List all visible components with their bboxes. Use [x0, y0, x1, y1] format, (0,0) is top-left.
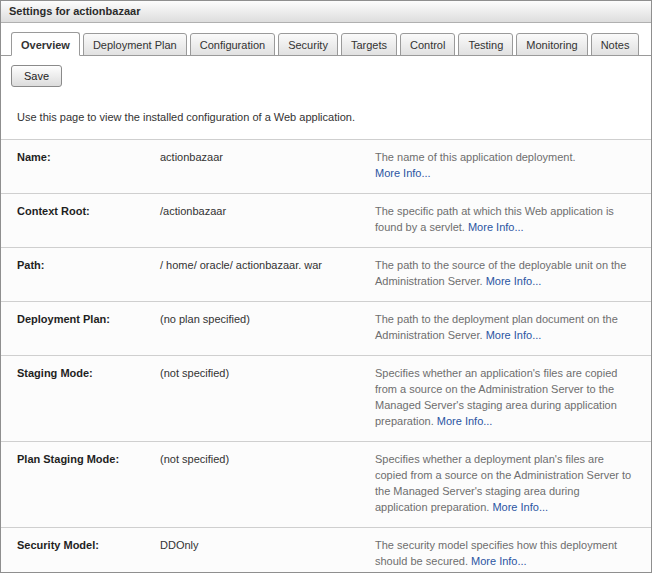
row-value: / home/ oracle/ actionbazaar. war — [160, 257, 375, 289]
row-label: Path: — [1, 257, 160, 289]
tab-control[interactable]: Control — [400, 33, 455, 56]
table-row-deployment-plan: Deployment Plan: (no plan specified) The… — [1, 301, 651, 355]
row-value: (no plan specified) — [160, 311, 375, 343]
page-title: Settings for actionbazaar — [1, 1, 651, 23]
description-text: Specifies whether an application's files… — [375, 367, 617, 427]
row-value: (not specified) — [160, 365, 375, 429]
tab-notes[interactable]: Notes — [591, 33, 640, 56]
intro-text: Use this page to view the installed conf… — [1, 95, 651, 139]
table-row-path: Path: / home/ oracle/ actionbazaar. war … — [1, 247, 651, 301]
row-value: actionbazaar — [160, 149, 375, 181]
table-row-context-root: Context Root: /actionbazaar The specific… — [1, 193, 651, 247]
tab-deployment-plan[interactable]: Deployment Plan — [83, 33, 187, 56]
toolbar: Save — [1, 56, 651, 95]
settings-window: Settings for actionbazaar Overview Deplo… — [0, 0, 652, 573]
row-label: Staging Mode: — [1, 365, 160, 429]
tab-testing[interactable]: Testing — [458, 33, 513, 56]
row-value: DDOnly — [160, 537, 375, 569]
tab-security[interactable]: Security — [278, 33, 338, 56]
row-description: Specifies whether an application's files… — [375, 365, 651, 429]
row-value: /actionbazaar — [160, 203, 375, 235]
tab-monitoring[interactable]: Monitoring — [516, 33, 587, 56]
row-description: The specific path at which this Web appl… — [375, 203, 651, 235]
row-label: Deployment Plan: — [1, 311, 160, 343]
row-label: Security Model: — [1, 537, 160, 569]
description-text: The name of this application deployment. — [375, 151, 576, 163]
more-info-link[interactable]: More Info... — [375, 167, 431, 179]
row-description: The path to the source of the deployable… — [375, 257, 651, 289]
row-label: Name: — [1, 149, 160, 181]
table-row-plan-staging-mode: Plan Staging Mode: (not specified) Speci… — [1, 441, 651, 527]
row-description: The path to the deployment plan document… — [375, 311, 651, 343]
more-info-link[interactable]: More Info... — [468, 221, 524, 233]
save-button[interactable]: Save — [11, 65, 62, 87]
more-info-link[interactable]: More Info... — [492, 501, 548, 513]
tab-targets[interactable]: Targets — [341, 33, 397, 56]
table-row-security-model: Security Model: DDOnly The security mode… — [1, 527, 651, 573]
more-info-link[interactable]: More Info... — [437, 415, 493, 427]
tab-overview[interactable]: Overview — [11, 32, 80, 56]
more-info-link[interactable]: More Info... — [486, 329, 542, 341]
table-row-name: Name: actionbazaar The name of this appl… — [1, 139, 651, 193]
tab-bar: Overview Deployment Plan Configuration S… — [1, 23, 651, 56]
row-description: The security model specifies how this de… — [375, 537, 651, 569]
table-row-staging-mode: Staging Mode: (not specified) Specifies … — [1, 355, 651, 441]
row-description: The name of this application deployment.… — [375, 149, 651, 181]
row-label: Plan Staging Mode: — [1, 451, 160, 515]
settings-table: Name: actionbazaar The name of this appl… — [1, 139, 651, 573]
more-info-link[interactable]: More Info... — [486, 275, 542, 287]
row-label: Context Root: — [1, 203, 160, 235]
row-value: (not specified) — [160, 451, 375, 515]
more-info-link[interactable]: More Info... — [471, 555, 527, 567]
row-description: Specifies whether a deployment plan's fi… — [375, 451, 651, 515]
tab-configuration[interactable]: Configuration — [190, 33, 275, 56]
